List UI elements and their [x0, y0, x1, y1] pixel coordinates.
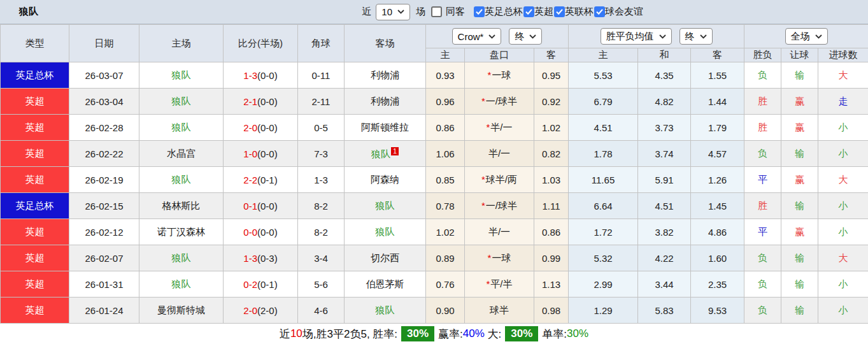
avg-draw-cell: 5.83: [638, 297, 691, 324]
home-team-cell: 狼队: [139, 167, 224, 193]
efl-cup-checkbox[interactable]: [554, 6, 565, 17]
avg-draw-cell: 3.73: [638, 115, 691, 141]
premier-league-checkbox[interactable]: [523, 6, 534, 17]
avg-home-cell: 6.64: [569, 193, 638, 219]
wdl-result-cell: 平: [744, 167, 781, 193]
handicap-cell: 半/一: [465, 141, 534, 167]
facup-label: 英足总杯: [485, 6, 523, 18]
bookmaker-select[interactable]: Crow*: [452, 28, 502, 45]
goals-result-cell: 小: [818, 297, 868, 324]
match-history-panel: 狼队 近 10 场 同客 英足总杯 英超 英联杯 球会友谊: [0, 0, 868, 344]
table-row: 英超 26-02-22 水晶宫 1-0(0-0) 7-3 狼队1 1.06 半/…: [1, 141, 868, 167]
odds-away-cell: 0.82: [534, 141, 569, 167]
goals-result-cell: 大: [818, 245, 868, 271]
score-cell: 1-3(0-3): [224, 245, 298, 271]
score-cell: 2-0(0-0): [224, 115, 298, 141]
home-team-cell: 狼队: [139, 62, 224, 89]
score-cell: 1-0(0-0): [224, 141, 298, 167]
topbar: 狼队 近 10 场 同客 英足总杯 英超 英联杯 球会友谊: [0, 0, 868, 24]
handicap-cell: *一球: [465, 245, 534, 271]
avg-time-select[interactable]: 终: [679, 28, 713, 45]
corners-cell: 3-4: [298, 245, 345, 271]
table-row: 英超 26-02-19 狼队 2-2(0-1) 1-3 阿森纳 0.85 *球半…: [1, 167, 868, 193]
score-cell: 0-0(0-0): [224, 219, 298, 245]
goals-result-cell: 小: [818, 271, 868, 297]
check-icon: [596, 9, 603, 15]
home-team-cell: 水晶宫: [139, 141, 224, 167]
odds-away-cell: 1.03: [534, 167, 569, 193]
date-cell: 26-03-04: [69, 89, 139, 115]
avg-away-cell: 2.35: [691, 271, 744, 297]
avg-home-cell: 5.53: [569, 62, 638, 89]
corners-cell: 0-11: [298, 62, 345, 89]
score-cell: 2-1(0-0): [224, 89, 298, 115]
score-cell: 0-1(0-0): [224, 193, 298, 219]
date-cell: 26-02-07: [69, 245, 139, 271]
avg-draw-cell: 5.91: [638, 167, 691, 193]
avg-draw-cell: 4.51: [638, 193, 691, 219]
avg-away-cell: 1.79: [691, 115, 744, 141]
friendly-label: 球会友谊: [605, 6, 643, 18]
goals-result-cell: 小: [818, 115, 868, 141]
summary-segment: 单率:: [542, 327, 567, 341]
friendly-checkbox[interactable]: [594, 6, 605, 17]
facup-checkbox[interactable]: [474, 6, 485, 17]
match-type-cell: 英足总杯: [1, 62, 69, 89]
check-icon: [556, 9, 563, 15]
corners-cell: 1-3: [298, 167, 345, 193]
home-team-cell: 狼队: [139, 115, 224, 141]
recent-label: 近: [362, 6, 371, 18]
away-team-cell: 伯恩茅斯: [345, 271, 426, 297]
avg-away-cell: 1.60: [691, 245, 744, 271]
odds-away-cell: 0.98: [534, 297, 569, 324]
chevron-down-icon: [488, 34, 495, 39]
goals-result-cell: 小: [818, 141, 868, 167]
wdl-result-cell: 负: [744, 62, 781, 89]
avg-draw-cell: 4.35: [638, 62, 691, 89]
away-team-cell: 阿森纳: [345, 167, 426, 193]
date-cell: 26-01-31: [69, 271, 139, 297]
handicap-cell: *一/球半: [465, 193, 534, 219]
summary-segment: 场,胜3平2负5, 胜率:: [302, 327, 397, 341]
summary-segment: 30%: [401, 326, 434, 341]
odds-time-select[interactable]: 终: [509, 28, 542, 45]
result-scope-select[interactable]: 全场: [785, 28, 828, 45]
same-opponent-checkbox[interactable]: [431, 6, 442, 17]
table-row: 英超 26-01-24 曼彻斯特城 2-0(2-0) 4-6 狼队 0.90 球…: [1, 297, 868, 324]
handicap-cell: *平/半: [465, 271, 534, 297]
date-cell: 26-02-15: [69, 193, 139, 219]
table-row: 英足总杯 26-03-07 狼队 1-3(0-0) 0-11 利物浦 0.93 …: [1, 62, 868, 89]
summary-segment: 10: [290, 327, 302, 340]
away-team-cell: 狼队: [345, 219, 426, 245]
avg-home-cell: 1.29: [569, 297, 638, 324]
date-cell: 26-02-12: [69, 219, 139, 245]
handicap-result-cell: 赢: [781, 219, 818, 245]
col-header-away: 客场: [345, 25, 426, 62]
home-team-cell: 狼队: [139, 89, 224, 115]
handicap-result-cell: 输: [781, 141, 818, 167]
match-type-cell: 英足总杯: [1, 193, 69, 219]
avg-metric-select[interactable]: 胜平负均值: [601, 28, 672, 45]
date-cell: 26-03-07: [69, 62, 139, 89]
result-scope-select-value: 全场: [791, 31, 810, 43]
odds-group-header: Crow* 终: [426, 25, 569, 48]
avg-time-select-value: 终: [685, 31, 695, 43]
odds-away-cell: 0.92: [534, 89, 569, 115]
handicap-result-cell: 赢: [781, 115, 818, 141]
table-row: 英超 26-03-04 狼队 2-1(0-0) 2-11 利物浦 0.96 *一…: [1, 89, 868, 115]
score-cell: 2-0(2-0): [224, 297, 298, 324]
sub-header-handicap-result: 让球: [781, 48, 818, 62]
handicap-cell: *一/球半: [465, 89, 534, 115]
odds-home-cell: 0.96: [426, 89, 465, 115]
odds-home-cell: 0.85: [426, 167, 465, 193]
odds-away-cell: 1.02: [534, 115, 569, 141]
sub-header-avg-away: 客: [691, 48, 744, 62]
goals-result-cell: 大: [818, 167, 868, 193]
home-team-cell: 狼队: [139, 245, 224, 271]
wdl-result-cell: 胜: [744, 193, 781, 219]
sub-header-odds-away: 客: [534, 48, 569, 62]
col-header-date: 日期: [69, 25, 139, 62]
corners-cell: 8-2: [298, 219, 345, 245]
recent-count-select[interactable]: 10: [376, 4, 410, 20]
home-team-cell: 诺丁汉森林: [139, 219, 224, 245]
